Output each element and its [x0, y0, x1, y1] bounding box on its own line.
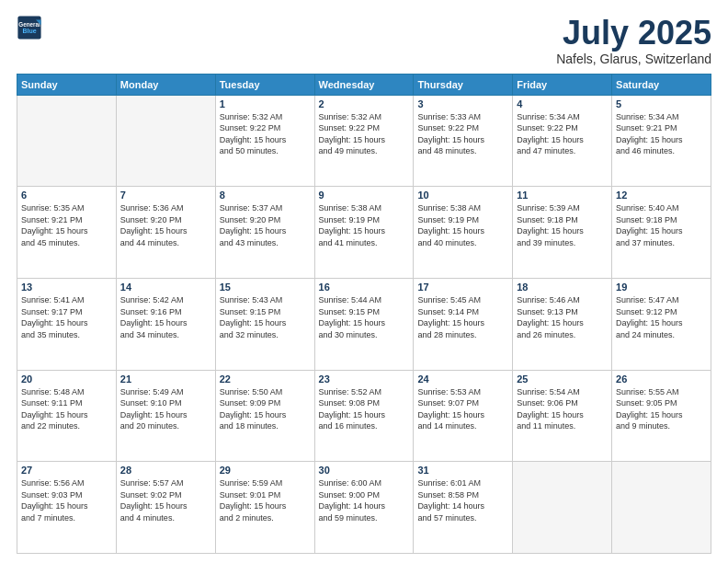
- day-number: 26: [616, 373, 707, 385]
- calendar-header-thursday: Thursday: [414, 74, 513, 95]
- day-number: 29: [220, 465, 311, 476]
- day-info: Sunrise: 5:45 AM Sunset: 9:14 PM Dayligh…: [417, 294, 508, 340]
- page: General Blue July 2025 Nafels, Glarus, S…: [0, 0, 728, 563]
- day-number: 24: [417, 373, 508, 385]
- calendar-cell: 19Sunrise: 5:47 AM Sunset: 9:12 PM Dayli…: [612, 278, 711, 370]
- calendar-cell: 31Sunrise: 6:01 AM Sunset: 8:58 PM Dayli…: [414, 462, 513, 554]
- calendar-cell: 16Sunrise: 5:44 AM Sunset: 9:15 PM Dayli…: [314, 278, 414, 370]
- day-info: Sunrise: 6:00 AM Sunset: 9:00 PM Dayligh…: [319, 477, 410, 523]
- day-info: Sunrise: 5:34 AM Sunset: 9:22 PM Dayligh…: [517, 111, 608, 157]
- calendar-cell: [17, 95, 117, 187]
- calendar-cell: 24Sunrise: 5:53 AM Sunset: 9:07 PM Dayli…: [414, 370, 513, 462]
- day-info: Sunrise: 5:43 AM Sunset: 9:15 PM Dayligh…: [220, 294, 311, 340]
- calendar-cell: 13Sunrise: 5:41 AM Sunset: 9:17 PM Dayli…: [17, 278, 117, 370]
- day-info: Sunrise: 5:55 AM Sunset: 9:05 PM Dayligh…: [616, 386, 707, 432]
- day-info: Sunrise: 5:38 AM Sunset: 9:19 PM Dayligh…: [417, 202, 508, 248]
- day-number: 27: [21, 465, 112, 476]
- calendar-cell: 10Sunrise: 5:38 AM Sunset: 9:19 PM Dayli…: [414, 187, 513, 279]
- day-number: 8: [220, 190, 311, 201]
- day-number: 30: [319, 465, 410, 476]
- calendar-cell: 15Sunrise: 5:43 AM Sunset: 9:15 PM Dayli…: [215, 278, 314, 370]
- day-number: 16: [319, 282, 410, 293]
- calendar-cell: 21Sunrise: 5:49 AM Sunset: 9:10 PM Dayli…: [116, 370, 215, 462]
- day-number: 18: [517, 282, 608, 293]
- day-number: 7: [120, 190, 211, 201]
- calendar-header-row: SundayMondayTuesdayWednesdayThursdayFrid…: [17, 74, 711, 95]
- calendar-cell: 25Sunrise: 5:54 AM Sunset: 9:06 PM Dayli…: [513, 370, 612, 462]
- calendar-week-2: 13Sunrise: 5:41 AM Sunset: 9:17 PM Dayli…: [17, 278, 711, 370]
- calendar-week-4: 27Sunrise: 5:56 AM Sunset: 9:03 PM Dayli…: [17, 462, 711, 554]
- day-info: Sunrise: 5:42 AM Sunset: 9:16 PM Dayligh…: [120, 294, 211, 340]
- logo: General Blue: [17, 15, 42, 40]
- day-info: Sunrise: 6:01 AM Sunset: 8:58 PM Dayligh…: [417, 477, 508, 523]
- day-number: 23: [319, 373, 410, 385]
- svg-text:General: General: [18, 21, 40, 28]
- day-info: Sunrise: 5:33 AM Sunset: 9:22 PM Dayligh…: [417, 111, 508, 157]
- day-number: 13: [21, 282, 112, 293]
- day-number: 6: [21, 190, 112, 201]
- calendar-header-wednesday: Wednesday: [314, 74, 414, 95]
- day-number: 28: [120, 465, 211, 476]
- calendar-header-saturday: Saturday: [612, 74, 711, 95]
- day-info: Sunrise: 5:37 AM Sunset: 9:20 PM Dayligh…: [220, 202, 311, 248]
- calendar-cell: 8Sunrise: 5:37 AM Sunset: 9:20 PM Daylig…: [215, 187, 314, 279]
- day-info: Sunrise: 5:35 AM Sunset: 9:21 PM Dayligh…: [21, 202, 112, 248]
- day-info: Sunrise: 5:46 AM Sunset: 9:13 PM Dayligh…: [517, 294, 608, 340]
- day-number: 5: [616, 98, 707, 109]
- calendar-week-3: 20Sunrise: 5:48 AM Sunset: 9:11 PM Dayli…: [17, 370, 711, 462]
- day-info: Sunrise: 5:59 AM Sunset: 9:01 PM Dayligh…: [220, 477, 311, 523]
- calendar-cell: 12Sunrise: 5:40 AM Sunset: 9:18 PM Dayli…: [612, 187, 711, 279]
- day-number: 21: [120, 373, 211, 385]
- svg-text:Blue: Blue: [22, 28, 36, 34]
- calendar-cell: 2Sunrise: 5:32 AM Sunset: 9:22 PM Daylig…: [314, 95, 414, 187]
- day-info: Sunrise: 5:40 AM Sunset: 9:18 PM Dayligh…: [616, 202, 707, 248]
- day-info: Sunrise: 5:32 AM Sunset: 9:22 PM Dayligh…: [220, 111, 311, 157]
- title-block: July 2025 Nafels, Glarus, Switzerland: [556, 15, 711, 66]
- day-number: 2: [319, 98, 410, 109]
- calendar-header-friday: Friday: [513, 74, 612, 95]
- day-number: 14: [120, 282, 211, 293]
- day-info: Sunrise: 5:54 AM Sunset: 9:06 PM Dayligh…: [517, 386, 608, 432]
- location: Nafels, Glarus, Switzerland: [556, 52, 711, 66]
- day-info: Sunrise: 5:56 AM Sunset: 9:03 PM Dayligh…: [21, 477, 112, 523]
- calendar-cell: 11Sunrise: 5:39 AM Sunset: 9:18 PM Dayli…: [513, 187, 612, 279]
- calendar-cell: 4Sunrise: 5:34 AM Sunset: 9:22 PM Daylig…: [513, 95, 612, 187]
- day-number: 1: [220, 98, 311, 109]
- header: General Blue July 2025 Nafels, Glarus, S…: [17, 15, 711, 66]
- calendar-week-0: 1Sunrise: 5:32 AM Sunset: 9:22 PM Daylig…: [17, 95, 711, 187]
- calendar-cell: [116, 95, 215, 187]
- calendar-cell: 22Sunrise: 5:50 AM Sunset: 9:09 PM Dayli…: [215, 370, 314, 462]
- day-number: 9: [319, 190, 410, 201]
- day-number: 25: [517, 373, 608, 385]
- calendar-header-sunday: Sunday: [17, 74, 117, 95]
- day-number: 31: [417, 465, 508, 476]
- day-number: 15: [220, 282, 311, 293]
- calendar-cell: [513, 462, 612, 554]
- day-info: Sunrise: 5:49 AM Sunset: 9:10 PM Dayligh…: [120, 386, 211, 432]
- day-number: 20: [21, 373, 112, 385]
- day-info: Sunrise: 5:50 AM Sunset: 9:09 PM Dayligh…: [220, 386, 311, 432]
- day-number: 3: [417, 98, 508, 109]
- calendar-cell: 30Sunrise: 6:00 AM Sunset: 9:00 PM Dayli…: [314, 462, 414, 554]
- calendar-cell: 7Sunrise: 5:36 AM Sunset: 9:20 PM Daylig…: [116, 187, 215, 279]
- day-info: Sunrise: 5:48 AM Sunset: 9:11 PM Dayligh…: [21, 386, 112, 432]
- day-info: Sunrise: 5:44 AM Sunset: 9:15 PM Dayligh…: [319, 294, 410, 340]
- day-info: Sunrise: 5:41 AM Sunset: 9:17 PM Dayligh…: [21, 294, 112, 340]
- day-info: Sunrise: 5:34 AM Sunset: 9:21 PM Dayligh…: [616, 111, 707, 157]
- day-number: 12: [616, 190, 707, 201]
- day-number: 4: [517, 98, 608, 109]
- calendar-cell: 28Sunrise: 5:57 AM Sunset: 9:02 PM Dayli…: [116, 462, 215, 554]
- day-info: Sunrise: 5:47 AM Sunset: 9:12 PM Dayligh…: [616, 294, 707, 340]
- calendar-table: SundayMondayTuesdayWednesdayThursdayFrid…: [17, 74, 711, 554]
- calendar-cell: 3Sunrise: 5:33 AM Sunset: 9:22 PM Daylig…: [414, 95, 513, 187]
- calendar-cell: 27Sunrise: 5:56 AM Sunset: 9:03 PM Dayli…: [17, 462, 117, 554]
- logo-icon: General Blue: [17, 15, 42, 40]
- calendar-cell: 9Sunrise: 5:38 AM Sunset: 9:19 PM Daylig…: [314, 187, 414, 279]
- calendar-cell: 14Sunrise: 5:42 AM Sunset: 9:16 PM Dayli…: [116, 278, 215, 370]
- day-info: Sunrise: 5:32 AM Sunset: 9:22 PM Dayligh…: [319, 111, 410, 157]
- calendar-cell: 6Sunrise: 5:35 AM Sunset: 9:21 PM Daylig…: [17, 187, 117, 279]
- calendar-cell: 18Sunrise: 5:46 AM Sunset: 9:13 PM Dayli…: [513, 278, 612, 370]
- day-number: 17: [417, 282, 508, 293]
- day-number: 19: [616, 282, 707, 293]
- calendar-cell: 20Sunrise: 5:48 AM Sunset: 9:11 PM Dayli…: [17, 370, 117, 462]
